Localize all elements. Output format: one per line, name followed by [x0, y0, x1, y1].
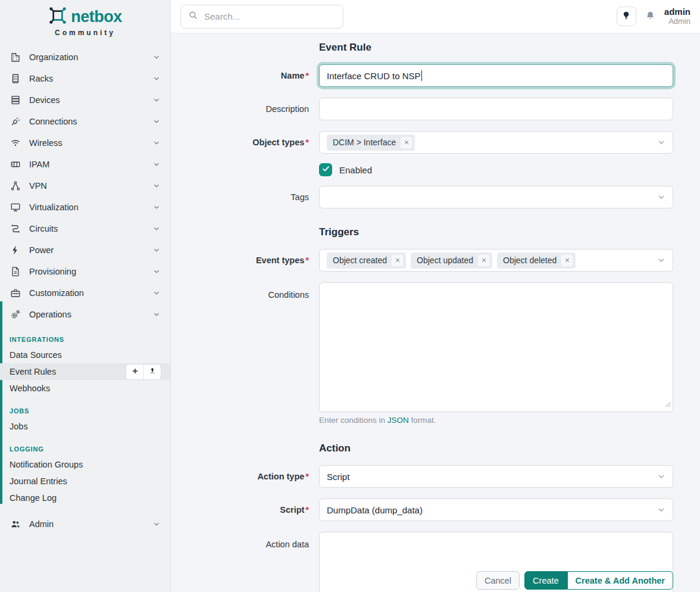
chevron-down-icon [152, 182, 161, 190]
create-button[interactable]: Create [524, 571, 567, 590]
conditions-label: Conditions [171, 282, 309, 425]
enabled-row: Enabled [171, 163, 700, 176]
form-actions: Cancel Create Create & Add Another [476, 571, 673, 590]
script-select[interactable]: DumpData (dump_data) [319, 498, 673, 521]
event-types-label: Event types [171, 249, 309, 272]
tags-label: Tags [171, 186, 309, 208]
add-event-rule-button[interactable] [126, 364, 143, 379]
sidebar-item-operations[interactable]: Operations [0, 304, 170, 325]
sidebar-item-event-rules[interactable]: Event Rules [0, 363, 170, 380]
resize-handle[interactable] [664, 399, 671, 410]
remove-chip-icon[interactable] [478, 255, 489, 266]
sidebar-item-ipam[interactable]: IPAM [0, 154, 170, 175]
counter-icon [10, 158, 21, 170]
chevron-down-icon [152, 53, 161, 61]
upload-icon [148, 367, 157, 377]
sidebar-item-wireless[interactable]: Wireless [0, 132, 170, 154]
primary-nav: Organization Racks Devices Connections W… [0, 46, 170, 535]
global-search[interactable] [180, 5, 343, 29]
import-event-rules-button[interactable] [143, 364, 161, 379]
name-input[interactable]: Interface CRUD to NSP [319, 64, 673, 87]
users-icon [10, 518, 21, 530]
sidebar-item-customization[interactable]: Customization [0, 282, 170, 304]
sidebar-item-admin[interactable]: Admin [0, 513, 170, 535]
rack-icon [10, 73, 21, 85]
user-role: Admin [664, 17, 690, 26]
tags-row: Tags [171, 186, 700, 208]
cancel-button[interactable]: Cancel [476, 571, 520, 590]
chevron-down-icon [152, 117, 161, 126]
sidebar-item-devices[interactable]: Devices [0, 89, 170, 111]
conditions-help: Enter conditions in JSON format. [319, 416, 673, 425]
theme-toggle-button[interactable] [617, 7, 636, 26]
chevron-down-icon [657, 505, 666, 516]
building-icon [10, 51, 21, 63]
conditions-textarea[interactable] [319, 282, 673, 412]
sidebar-item-jobs[interactable]: Jobs [0, 418, 170, 435]
description-input[interactable] [319, 98, 673, 120]
action-type-select[interactable]: Script [319, 465, 673, 488]
sidebar-item-provisioning[interactable]: Provisioning [0, 261, 170, 282]
chevron-down-icon [657, 256, 666, 267]
brand[interactable]: netbox Community [0, 0, 170, 37]
chevron-down-icon [152, 267, 161, 276]
action-data-label: Action data [171, 532, 309, 592]
sidebar-item-racks[interactable]: Racks [0, 68, 170, 89]
chevron-down-icon [152, 246, 161, 254]
sidebar-item-change-log[interactable]: Change Log [0, 490, 170, 506]
sidebar-item-circuits[interactable]: Circuits [0, 218, 170, 239]
sidebar-item-power[interactable]: Power [0, 239, 170, 261]
check-icon [321, 164, 330, 176]
graph-icon [10, 180, 21, 192]
sidebar-item-webhooks[interactable]: Webhooks [0, 380, 170, 397]
sidebar-item-notification-groups[interactable]: Notification Groups [0, 456, 170, 473]
script-label: Script [171, 498, 309, 521]
user-name: admin [664, 7, 690, 17]
search-input[interactable] [204, 11, 323, 21]
top-bar: admin Admin [171, 0, 700, 33]
document-icon [10, 266, 21, 278]
enabled-checkbox[interactable] [319, 163, 332, 176]
sidebar-item-journal-entries[interactable]: Journal Entries [0, 473, 170, 490]
object-type-chip: DCIM > Interface [327, 135, 415, 151]
user-menu[interactable]: admin Admin [664, 7, 690, 26]
notifications-button[interactable] [645, 10, 656, 23]
remove-chip-icon[interactable] [561, 255, 573, 266]
main-content: Event Rule Name Interface CRUD to NSP De… [171, 34, 700, 592]
object-types-select[interactable]: DCIM > Interface [319, 131, 673, 154]
brand-wordmark: netbox [71, 8, 122, 26]
event-types-row: Event types Object created Object update… [171, 249, 700, 272]
sidebar-item-organization[interactable]: Organization [0, 46, 170, 68]
server-icon [10, 94, 21, 106]
sidebar-item-virtualization[interactable]: Virtualization [0, 197, 170, 218]
lightning-bolt-icon [10, 244, 21, 256]
chevron-down-icon [152, 74, 161, 83]
action-type-row: Action type Script [171, 465, 700, 488]
cable-plug-icon [10, 116, 21, 127]
chevron-down-icon [152, 139, 161, 147]
event-rules-quick-actions [126, 364, 161, 379]
action-title: Action [319, 443, 700, 454]
sidebar-item-data-sources[interactable]: Data Sources [0, 347, 170, 363]
json-help-link[interactable]: JSON [388, 416, 409, 425]
event-types-select[interactable]: Object created Object updated Object del… [319, 249, 673, 272]
tags-select[interactable] [319, 186, 673, 208]
name-row: Name Interface CRUD to NSP [171, 64, 700, 87]
chevron-down-icon [152, 225, 161, 233]
sidebar: netbox Community Organization Racks Devi… [0, 0, 171, 592]
sidebar-item-vpn[interactable]: VPN [0, 175, 170, 197]
create-and-add-another-button[interactable]: Create & Add Another [567, 571, 673, 590]
sidebar-item-connections[interactable]: Connections [0, 111, 170, 132]
plus-icon [131, 367, 139, 377]
wifi-icon [10, 137, 21, 149]
enabled-label[interactable]: Enabled [339, 165, 372, 175]
remove-chip-icon[interactable] [392, 255, 403, 266]
remove-chip-icon[interactable] [401, 137, 412, 148]
object-types-row: Object types DCIM > Interface [171, 131, 700, 154]
lightbulb-icon [621, 11, 631, 22]
form-title: Event Rule [319, 42, 700, 54]
event-type-chip: Object deleted [497, 253, 576, 269]
triggers-title: Triggers [319, 226, 700, 238]
search-icon [188, 10, 198, 23]
transit-connection-icon [10, 223, 21, 235]
